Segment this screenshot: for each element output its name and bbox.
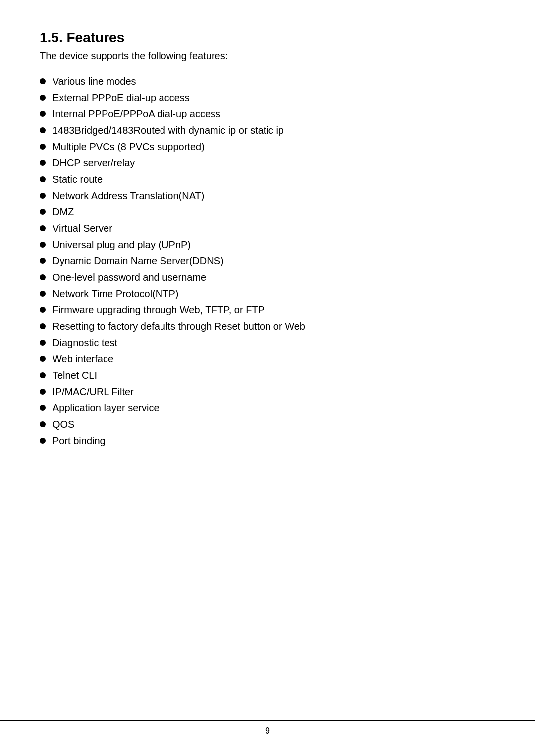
list-item-text: Network Time Protocol(NTP) [53, 288, 179, 300]
list-item-text: DMZ [53, 206, 74, 218]
bullet-icon [40, 340, 46, 346]
page-container: 1.5. Features The device supports the fo… [0, 0, 535, 756]
list-item-text: Firmware upgrading through Web, TFTP, or… [53, 304, 265, 316]
list-item: Telnet CLI [40, 370, 495, 381]
list-item: Web interface [40, 353, 495, 365]
list-item: Virtual Server [40, 223, 495, 234]
bullet-icon [40, 193, 46, 199]
list-item: Port binding [40, 435, 495, 447]
page-number: 9 [265, 726, 270, 736]
list-item: Application layer service [40, 403, 495, 414]
bullet-icon [40, 389, 46, 395]
bullet-icon [40, 274, 46, 280]
list-item: Internal PPPoE/PPPoA dial-up access [40, 108, 495, 120]
list-item: Diagnostic test [40, 337, 495, 349]
list-item-text: Application layer service [53, 403, 160, 414]
list-item: Network Address Translation(NAT) [40, 190, 495, 202]
bullet-icon [40, 176, 46, 182]
bullet-icon [40, 209, 46, 215]
list-item: Dynamic Domain Name Server(DDNS) [40, 255, 495, 267]
list-item-text: 1483Bridged/1483Routed with dynamic ip o… [53, 125, 284, 136]
bullet-icon [40, 438, 46, 444]
list-item-text: Internal PPPoE/PPPoA dial-up access [53, 108, 220, 120]
list-item: One-level password and username [40, 272, 495, 283]
bullet-icon [40, 78, 46, 84]
bullet-icon [40, 127, 46, 133]
section-title: 1.5. Features [40, 30, 495, 46]
list-item-text: Universal plug and play (UPnP) [53, 239, 191, 251]
list-item: IP/MAC/URL Filter [40, 386, 495, 398]
list-item-text: Static route [53, 174, 103, 185]
list-item-text: Resetting to factory defaults through Re… [53, 321, 305, 332]
list-item-text: Dynamic Domain Name Server(DDNS) [53, 255, 224, 267]
list-item: Firmware upgrading through Web, TFTP, or… [40, 304, 495, 316]
bullet-icon [40, 95, 46, 101]
list-item-text: Network Address Translation(NAT) [53, 190, 204, 202]
list-item: Static route [40, 174, 495, 185]
bullet-icon [40, 225, 46, 231]
list-item-text: Port binding [53, 435, 106, 447]
list-item-text: QOS [53, 419, 74, 430]
list-item-text: Telnet CLI [53, 370, 97, 381]
list-item-text: Diagnostic test [53, 337, 117, 349]
list-item-text: Virtual Server [53, 223, 112, 234]
bullet-icon [40, 307, 46, 313]
list-item: External PPPoE dial-up access [40, 92, 495, 103]
bullet-icon [40, 421, 46, 427]
bullet-icon [40, 258, 46, 264]
list-item: Multiple PVCs (8 PVCs supported) [40, 141, 495, 152]
page-footer: 9 [0, 720, 535, 736]
list-item: Universal plug and play (UPnP) [40, 239, 495, 251]
bullet-icon [40, 144, 46, 150]
bullet-icon [40, 242, 46, 248]
list-item-text: External PPPoE dial-up access [53, 92, 190, 103]
list-item: QOS [40, 419, 495, 430]
list-item: 1483Bridged/1483Routed with dynamic ip o… [40, 125, 495, 136]
list-item-text: IP/MAC/URL Filter [53, 386, 134, 398]
list-item: Resetting to factory defaults through Re… [40, 321, 495, 332]
list-item: Network Time Protocol(NTP) [40, 288, 495, 300]
list-item-text: DHCP server/relay [53, 157, 135, 169]
list-item-text: Web interface [53, 353, 113, 365]
list-item: DMZ [40, 206, 495, 218]
bullet-icon [40, 372, 46, 378]
intro-text: The device supports the following featur… [40, 50, 495, 62]
list-item-text: One-level password and username [53, 272, 206, 283]
list-item-text: Multiple PVCs (8 PVCs supported) [53, 141, 205, 152]
list-item: DHCP server/relay [40, 157, 495, 169]
bullet-icon [40, 291, 46, 297]
list-item-text: Various line modes [53, 76, 136, 87]
features-list: Various line modesExternal PPPoE dial-up… [40, 76, 495, 447]
list-item: Various line modes [40, 76, 495, 87]
bullet-icon [40, 160, 46, 166]
bullet-icon [40, 323, 46, 329]
bullet-icon [40, 111, 46, 117]
bullet-icon [40, 356, 46, 362]
bullet-icon [40, 405, 46, 411]
